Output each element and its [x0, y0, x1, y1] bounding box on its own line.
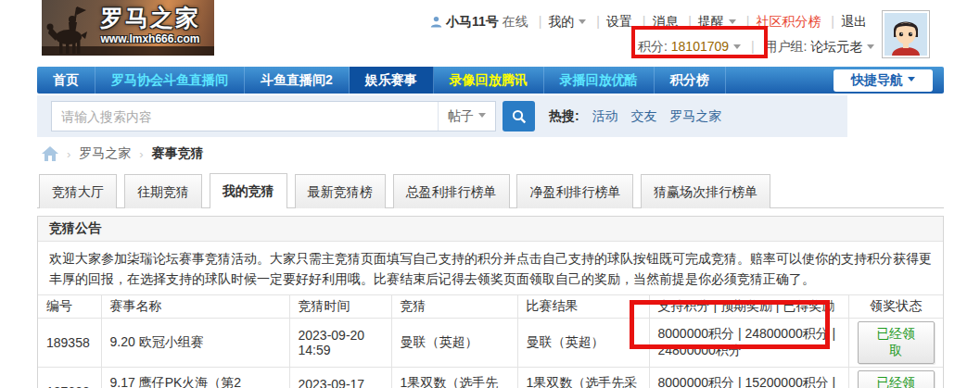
- user-credit-bar: 积分: 18101709 | 用户组: 论坛元老: [638, 39, 874, 56]
- breadcrumb-forum-link[interactable]: 罗马之家: [79, 145, 131, 162]
- logo-title: 罗马之家: [90, 4, 210, 31]
- home-icon[interactable]: [42, 146, 58, 161]
- community-rank-link[interactable]: 社区积分榜: [756, 14, 821, 29]
- person-icon: [430, 16, 442, 28]
- search-icon: [512, 109, 527, 124]
- col-bet-time: 竞猜时间: [289, 295, 391, 319]
- my-menu[interactable]: 我的: [548, 14, 574, 29]
- credit-value[interactable]: 18101709: [671, 39, 729, 54]
- cell-id: 189358: [38, 319, 101, 368]
- tab-win-count-rank[interactable]: 猜赢场次排行榜单: [641, 174, 770, 208]
- reminders-menu[interactable]: 提醒: [698, 14, 724, 29]
- tab-net-profit-rank[interactable]: 净盈利排行榜单: [516, 174, 633, 208]
- breadcrumb-current: 赛事竞猜: [152, 145, 204, 162]
- settings-link[interactable]: 设置: [606, 14, 632, 29]
- site-logo[interactable]: 罗马之家 www.lmxh666.com: [42, 0, 214, 56]
- col-match-result: 比赛结果: [517, 295, 649, 319]
- table-row: 187638 9.17 鹰仔PK火海（第2局！！） 2023-09-17 14:…: [38, 368, 943, 388]
- cell-points: 8000000积分 | 24800000积分 | 24800000积分: [649, 319, 848, 368]
- my-bets-table: 编号 赛事名称 竞猜时间 竞猜 比赛结果 支持积分 | 预期奖励 | 已得奖励 …: [38, 294, 943, 388]
- col-claim-status: 领奖状态: [848, 295, 943, 319]
- breadcrumb: › 罗马之家 › 赛事竞猜: [42, 145, 204, 162]
- chevron-down-icon: [729, 19, 736, 24]
- user-toolbar: 小马11号在线 |我的 |设置 |消息 |提醒 |社区积分榜 |退出: [430, 14, 867, 31]
- cell-guess: 1果双数（选手先采的为1果）: [391, 368, 517, 388]
- announcement-body: 欢迎大家参加柒瑞论坛赛事竞猜活动。大家只需主竞猜页面填写自己支持的积分并点击自己…: [38, 242, 943, 294]
- col-id: 编号: [38, 295, 101, 319]
- online-status: 在线: [503, 14, 528, 29]
- col-event-name: 赛事名称: [101, 295, 289, 319]
- hot-link-activity[interactable]: 活动: [592, 108, 618, 123]
- col-guess: 竞猜: [391, 295, 517, 319]
- cell-result: 曼联（英超）: [517, 319, 649, 368]
- main-nav: 首页 罗马协会斗鱼直播间 斗鱼直播间2 娱乐赛事 录像回放腾讯 录播回放优酷 积…: [37, 67, 944, 94]
- table-row: 189358 9.20 欧冠小组赛 2023-09-20 14:59 曼联（英超…: [38, 319, 943, 368]
- tab-bet-hall[interactable]: 竞猜大厅: [39, 174, 117, 208]
- cell-time: 2023-09-17 14:56: [289, 368, 391, 388]
- cell-event: 9.17 鹰仔PK火海（第2局！！）: [101, 368, 289, 388]
- username-link[interactable]: 小马11号: [446, 14, 499, 29]
- table-header-row: 编号 赛事名称 竞猜时间 竞猜 比赛结果 支持积分 | 预期奖励 | 已得奖励 …: [38, 295, 943, 319]
- chevron-down-icon: [478, 113, 486, 118]
- chevron-down-icon: [733, 44, 741, 49]
- logout-link[interactable]: 退出: [841, 14, 867, 29]
- avatar-image: [885, 13, 927, 56]
- nav-item-douyu-live-2[interactable]: 斗鱼直播间2: [245, 67, 350, 94]
- chevron-down-icon: [908, 77, 915, 81]
- cell-points: 8000000积分 | 15200000积分 | 15200000积分: [649, 368, 848, 388]
- messages-link[interactable]: 消息: [652, 14, 678, 29]
- search-type-select[interactable]: 帖子: [438, 102, 495, 131]
- hot-search-label: 热搜:: [549, 108, 579, 123]
- quick-nav-button[interactable]: 快捷导航: [834, 69, 933, 92]
- col-points-rewards: 支持积分 | 预期奖励 | 已得奖励: [649, 295, 848, 319]
- cell-guess: 曼联（英超）: [391, 319, 517, 368]
- search-button[interactable]: [503, 101, 535, 131]
- search-section: 帖子 热搜: 活动 交友 罗马之家: [37, 95, 847, 137]
- tab-past-bets[interactable]: 往期竞猜: [124, 174, 202, 208]
- hot-search: 热搜: 活动 交友 罗马之家: [549, 108, 721, 125]
- cell-result: 1果双数（选手先采的为1果）: [517, 368, 649, 388]
- logo-subtitle: www.lmxh666.com: [90, 31, 210, 46]
- tab-my-bets[interactable]: 我的竞猜: [210, 173, 287, 208]
- search-box: 帖子: [51, 101, 496, 131]
- hot-link-friends[interactable]: 交友: [630, 108, 656, 123]
- horse-rider-icon: [44, 4, 92, 56]
- bet-tabs: 竞猜大厅 往期竞猜 我的竞猜 最新竞猜榜 总盈利排行榜单 净盈利排行榜单 猜赢场…: [37, 173, 944, 208]
- usergroup-value[interactable]: 论坛元老: [810, 39, 862, 54]
- hot-link-lmzj[interactable]: 罗马之家: [669, 108, 721, 123]
- announcement-title: 竞猜公告: [38, 217, 943, 242]
- tab-latest-bet-rank[interactable]: 最新竞猜榜: [295, 174, 386, 208]
- tab-total-profit-rank[interactable]: 总盈利排行榜单: [393, 174, 510, 208]
- nav-item-replay-tencent[interactable]: 录像回放腾讯: [434, 67, 544, 94]
- nav-item-replay-youku[interactable]: 录播回放优酷: [544, 67, 655, 94]
- nav-item-douyu-live[interactable]: 罗马协会斗鱼直播间: [95, 67, 245, 94]
- chevron-down-icon: [867, 44, 874, 49]
- claimed-button[interactable]: 已经领取: [858, 370, 935, 388]
- bet-panel: 竞猜公告 欢迎大家参加柒瑞论坛赛事竞猜活动。大家只需主竞猜页面填写自己支持的积分…: [37, 216, 944, 388]
- cell-id: 187638: [38, 368, 101, 388]
- cell-event: 9.20 欧冠小组赛: [101, 319, 289, 368]
- search-input[interactable]: [52, 102, 438, 131]
- nav-item-points-rank[interactable]: 积分榜: [655, 67, 726, 94]
- avatar[interactable]: [882, 10, 930, 58]
- chevron-down-icon: [579, 19, 586, 24]
- cell-time: 2023-09-20 14:59: [289, 319, 391, 368]
- usergroup-label: 用户组:: [765, 39, 808, 54]
- nav-item-entertainment-events[interactable]: 娱乐赛事: [350, 67, 434, 94]
- nav-item-home[interactable]: 首页: [37, 67, 95, 94]
- credit-label: 积分:: [638, 39, 668, 54]
- claimed-button[interactable]: 已经领取: [858, 321, 935, 364]
